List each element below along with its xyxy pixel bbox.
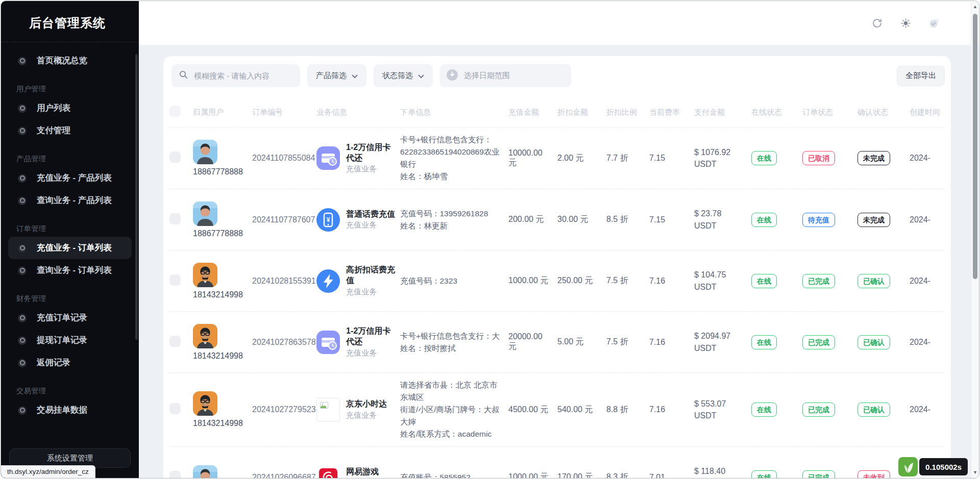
pay-amount: $ 1076.92USDT — [694, 146, 746, 170]
user-phone: 18867778888 — [193, 167, 243, 177]
column-header: 折扣金额 — [557, 108, 606, 117]
discount-amount: 2.00 元 — [557, 154, 584, 162]
sidebar-menu: 首页概况总览用户管理用户列表支付管理产品管理充值业务 - 产品列表查询业务 - … — [1, 42, 139, 421]
status-badge: 已确认 — [857, 402, 890, 417]
order-info-line: 请选择省市县：北京 北京市 东城区 — [400, 379, 501, 404]
bullseye-icon — [18, 57, 27, 65]
order-number: 20241027279523 — [252, 405, 316, 414]
recharge-amount: 20000.00 元 — [508, 332, 543, 350]
discount-amount: 5.00 元 — [557, 337, 584, 346]
column-header: 下单信息 — [400, 108, 508, 117]
sidebar-section-label: 产品管理 — [1, 154, 139, 164]
row-checkbox[interactable] — [169, 403, 181, 414]
business-title: 1-2万信用卡代还 — [346, 326, 395, 347]
status-badge: 在线 — [751, 335, 777, 349]
column-header: 在线状态 — [751, 108, 802, 117]
order-number: 20241107787607 — [252, 215, 315, 224]
extension-leaf-icon[interactable] — [898, 457, 918, 476]
sidebar-item-label: 提现订单记录 — [37, 335, 87, 346]
bullseye-icon — [18, 314, 27, 322]
page-scrollbar[interactable]: ▲ ▼ — [971, 2, 978, 477]
recharge-amount: 4500.00 元 — [508, 405, 548, 414]
sidebar-item[interactable]: 查询业务 - 订单列表 — [8, 259, 132, 282]
main-area: 产品筛选 状态筛选 选择日期范围 全部导出 归属用户订单编号业务信息下单信息充值… — [139, 1, 979, 478]
search-input[interactable] — [194, 71, 293, 80]
status-badge: 已取消 — [802, 151, 835, 165]
order-info-line: 姓名：林更新 — [400, 220, 501, 232]
flash-icon — [316, 269, 340, 293]
sidebar-item[interactable]: 交易挂单数据 — [8, 399, 132, 421]
row-checkbox[interactable] — [169, 213, 181, 224]
sidebar-scrollbar-thumb[interactable] — [135, 54, 138, 340]
order-number: 20241028155391 — [252, 276, 316, 285]
column-header: 订单状态 — [802, 108, 857, 117]
status-filter-dropdown[interactable]: 状态筛选 — [374, 64, 433, 87]
recharge-amount: 200.00 元 — [508, 215, 544, 223]
verify-badge-icon[interactable] — [927, 16, 941, 30]
order-info-line: 卡号+银行信息包含支行：大 — [400, 330, 501, 342]
theme-toggle-icon[interactable] — [899, 16, 912, 30]
bullseye-icon — [18, 196, 27, 205]
discount-amount: 250.00 元 — [557, 276, 593, 285]
table-row: 18143214998202410278635781-2万信用卡代还充值业务卡号… — [169, 311, 945, 372]
recharge-amount: 10000.00 元 — [508, 148, 543, 167]
scroll-down-arrow[interactable]: ▼ — [971, 470, 979, 475]
status-badge: 待充值 — [802, 213, 835, 227]
bullseye-icon — [18, 359, 27, 367]
pay-currency: USDT — [694, 477, 746, 478]
order-info-line: 街道/小区/商场门牌号：大叔大婶 — [400, 404, 501, 428]
sidebar-item[interactable]: 充值业务 - 订单列表 — [8, 237, 132, 259]
sidebar-item-label: 充值订单记录 — [37, 312, 87, 323]
sidebar-item-label: 查询业务 - 产品列表 — [37, 195, 112, 206]
search-icon — [179, 70, 188, 82]
sidebar-item[interactable]: 充值订单记录 — [8, 307, 132, 329]
order-info: 卡号+银行信息包含支行：6228233865194020869农业银行姓名：杨坤… — [400, 134, 501, 183]
table-row: 20241026096687网易游戏充值业务充值账号：58559521000.0… — [169, 446, 945, 478]
discount-ratio: 8.8 折 — [606, 405, 628, 414]
pay-currency: USDT — [694, 158, 746, 170]
page-scrollbar-thumb[interactable] — [973, 14, 977, 279]
select-all-checkbox[interactable] — [169, 106, 181, 117]
sidebar-item[interactable]: 查询业务 - 产品列表 — [8, 189, 132, 212]
current-rate: 7.16 — [649, 276, 665, 285]
pay-currency: USDT — [694, 342, 746, 354]
sidebar-item[interactable]: 提现订单记录 — [8, 329, 132, 351]
table-body: 18867778888202411078550841-2万信用卡代还充值业务卡号… — [169, 127, 945, 478]
export-all-button[interactable]: 全部导出 — [897, 66, 945, 86]
user-avatar — [193, 391, 217, 416]
status-filter-label: 状态筛选 — [382, 71, 413, 81]
business-title: 京东小时达 — [346, 399, 387, 410]
row-checkbox[interactable] — [169, 152, 181, 163]
status-badge: 未完成 — [857, 213, 890, 227]
row-checkbox[interactable] — [169, 274, 181, 286]
table-header: 归属用户订单编号业务信息下单信息充值金额折扣金额折扣比例当前费率支付金额在线状态… — [169, 106, 945, 127]
order-info-line: 卡号+银行信息包含支行：6228233865194020869农业银行 — [400, 134, 501, 170]
sidebar-item[interactable]: 支付管理 — [8, 119, 132, 142]
bullseye-icon — [18, 406, 27, 415]
date-range-picker[interactable]: 选择日期范围 — [440, 64, 571, 87]
sidebar-item-label: 交易挂单数据 — [37, 405, 87, 416]
order-info: 请选择省市县：北京 北京市 东城区街道/小区/商场门牌号：大叔大婶姓名/联系方式… — [400, 379, 501, 440]
timer-widget: 0.105002s — [898, 457, 968, 476]
sidebar-section-label: 用户管理 — [1, 84, 139, 94]
user-avatar — [193, 465, 217, 478]
row-checkbox[interactable] — [169, 471, 181, 478]
refresh-icon[interactable] — [870, 16, 884, 30]
sidebar-section-label: 财务管理 — [1, 294, 139, 304]
status-badge: 已完成 — [802, 470, 835, 478]
sidebar-item[interactable]: 首页概况总览 — [8, 49, 132, 72]
table-row: 1886777888820241107787607¥普通话费充值充值业务充值号码… — [169, 189, 945, 250]
column-header: 创建时间 — [910, 108, 951, 117]
business-type: 充值业务 — [346, 220, 395, 230]
sidebar-item[interactable]: 用户列表 — [8, 97, 132, 119]
product-filter-dropdown[interactable]: 产品筛选 — [307, 64, 366, 87]
status-badge: 在线 — [751, 402, 777, 417]
current-rate: 7.16 — [649, 405, 665, 414]
sidebar-item[interactable]: 返佣记录 — [8, 351, 132, 374]
scroll-up-arrow[interactable]: ▲ — [971, 4, 979, 9]
row-checkbox[interactable] — [169, 336, 181, 347]
status-badge: 未收到 — [857, 470, 890, 478]
pay-amount-value: $ 1076.92 — [694, 146, 746, 158]
pay-amount-value: $ 23.78 — [694, 208, 746, 219]
sidebar-item[interactable]: 充值业务 - 产品列表 — [8, 167, 132, 189]
